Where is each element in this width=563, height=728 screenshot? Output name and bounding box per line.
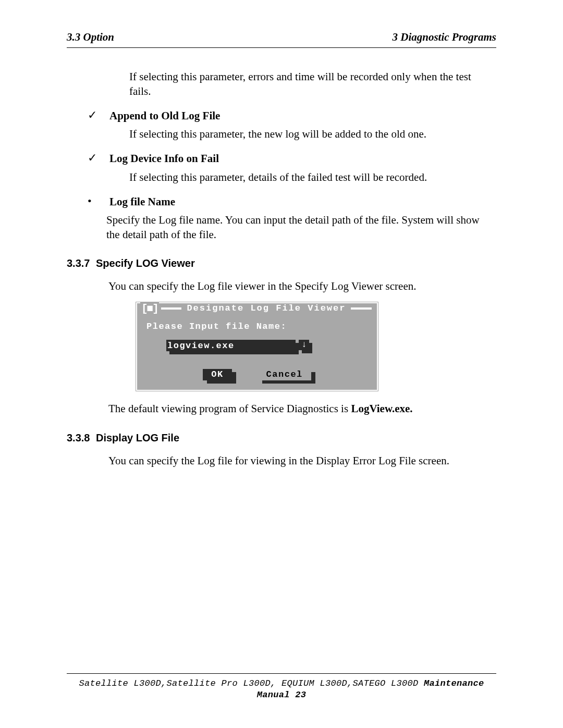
item-log-file-name: • Log file Name [88,195,496,209]
section-number: 3.3.7 [67,256,96,270]
dialog-body: Please Input file Name: logview.exe ↓ OK… [137,314,377,390]
section-337-closing: The default viewing program of Service D… [108,402,491,416]
closing-bold: LogView.exe. [351,402,412,415]
titlebar-rule [161,307,182,310]
titlebar-rule [351,307,372,310]
section-title: Specify LOG Viewer [96,257,195,269]
check-icon: ✓ [88,152,109,164]
intro-paragraph: If selecting this parameter, errors and … [129,70,491,98]
header-left: 3.3 Option [67,30,114,44]
item-body: If selecting this parameter, the new log… [129,127,491,141]
bullet-icon: • [88,195,109,207]
footer-models: Satellite L300D,Satellite Pro L300D, EQU… [79,678,418,688]
page-footer: Satellite L300D,Satellite Pro L300D, EQU… [67,673,496,701]
content: If selecting this parameter, errors and … [67,48,496,468]
dialog-control-icon[interactable]: [■] [140,302,159,316]
item-title: Append to Old Log File [109,109,220,123]
dialog-input-row: logview.exe ↓ [146,340,368,351]
ok-button[interactable]: OK [203,369,231,380]
footer-rule [67,673,496,674]
item-title: Log file Name [109,195,175,209]
dialog-titlebar: [■] Designate Log File Viewer [137,303,377,314]
dropdown-icon[interactable]: ↓ [299,340,309,350]
closing-text: The default viewing program of Service D… [108,402,351,415]
dos-dialog: [■] Designate Log File Viewer Please Inp… [134,301,380,392]
page: 3.3 Option 3 Diagnostic Programs If sele… [0,0,563,728]
item-log-device-info: ✓ Log Device Info on Fail [88,152,496,166]
page-header: 3.3 Option 3 Diagnostic Programs [67,30,496,44]
check-icon: ✓ [88,109,109,121]
section-title: Display LOG File [96,432,179,443]
section-338-para: You can specify the Log file for viewing… [108,454,491,468]
dialog-prompt: Please Input file Name: [146,321,368,332]
section-heading-337: 3.3.7Specify LOG Viewer [67,256,496,270]
section-heading-338: 3.3.8Display LOG File [67,431,496,445]
item-body: Specify the Log file name. You can input… [106,213,491,242]
cancel-button[interactable]: Cancel [258,369,311,380]
dialog-buttons: OK Cancel [146,369,368,380]
header-right: 3 Diagnostic Programs [392,30,496,44]
item-append-log: ✓ Append to Old Log File [88,109,496,123]
dialog-title: Designate Log File Viewer [183,303,349,314]
footer-text: Satellite L300D,Satellite Pro L300D, EQU… [67,678,496,701]
section-337-para: You can specify the Log file viewer in t… [108,279,491,293]
section-number: 3.3.8 [67,431,96,445]
item-body: If selecting this parameter, details of … [129,170,491,184]
filename-input[interactable]: logview.exe [166,340,296,351]
item-title: Log Device Info on Fail [109,152,219,166]
